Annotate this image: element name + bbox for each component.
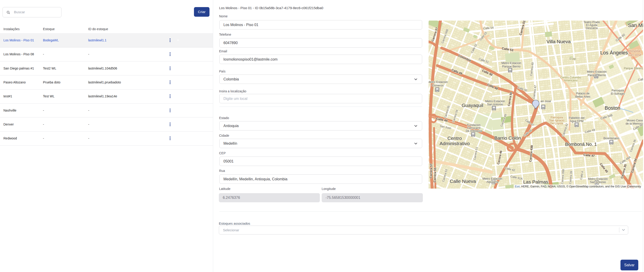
svg-text:Metro Estacion: Metro Estacion bbox=[428, 80, 448, 84]
svg-text:an José: an José bbox=[540, 99, 551, 103]
svg-text:Centro: Centro bbox=[447, 136, 462, 141]
svg-text:De Loyola: De Loyola bbox=[550, 122, 563, 125]
svg-text:San Mig: San Mig bbox=[628, 23, 643, 28]
svg-text:Ferrocarril: Ferrocarril bbox=[468, 126, 480, 130]
svg-text:Bellas Artes: Bellas Artes bbox=[575, 95, 590, 98]
svg-text:San Antonio: San Antonio bbox=[590, 180, 606, 184]
svg-text:Villa Nueva: Villa Nueva bbox=[546, 39, 571, 44]
svg-text:Calle: Calle bbox=[638, 77, 643, 82]
svg-text:Centro Colombo: Centro Colombo bbox=[560, 76, 581, 79]
svg-text:Los Ángeles: Los Ángeles bbox=[600, 50, 628, 56]
svg-text:Carrera 55: Carrera 55 bbox=[433, 168, 437, 182]
svg-text:Parque Berrio: Parque Berrio bbox=[502, 65, 520, 68]
svg-text:Teatro Prado: Teatro Prado bbox=[584, 21, 600, 24]
svg-text:Metro Estación: Metro Estación bbox=[588, 177, 608, 181]
svg-text:El Sufragio: El Sufragio bbox=[611, 92, 624, 95]
svg-text:Americano: Americano bbox=[564, 79, 578, 82]
svg-text:Esap: Esap bbox=[570, 57, 576, 60]
svg-text:Esri, HERE, Garmin, FAO, NOAA,: Esri, HERE, Garmin, FAO, NOAA, USGS, © O… bbox=[515, 185, 641, 188]
svg-text:Metro Estación: Metro Estación bbox=[482, 177, 502, 180]
svg-text:San Antonio: San Antonio bbox=[487, 103, 503, 106]
svg-text:Agua EPM: Agua EPM bbox=[570, 120, 584, 123]
svg-text:Parroquia: Parroquia bbox=[550, 116, 563, 119]
svg-text:Parque Obrero: Parque Obrero bbox=[624, 67, 643, 70]
svg-text:Bicentenario: Bicentenario bbox=[603, 137, 619, 140]
svg-text:Pabellón del: Pabellón del bbox=[569, 116, 584, 120]
svg-text:Carrera 57: Carrera 57 bbox=[429, 163, 433, 178]
svg-text:Bomboná No. 1: Bomboná No. 1 bbox=[565, 142, 597, 147]
svg-text:De Antioquia: De Antioquia bbox=[466, 129, 482, 133]
svg-text:Museo Casa: Museo Casa bbox=[627, 119, 643, 122]
svg-text:Alpujarra: Alpujarra bbox=[486, 180, 498, 183]
svg-text:Calle Nueva: Calle Nueva bbox=[450, 178, 476, 184]
svg-text:El Águila: El Águila bbox=[586, 23, 597, 27]
svg-text:Metro Estacion: Metro Estacion bbox=[485, 99, 505, 103]
svg-text:San Ignacio: San Ignacio bbox=[549, 119, 564, 122]
svg-text:Barrio Colón: Barrio Colón bbox=[494, 135, 521, 141]
svg-text:Descalza: Descalza bbox=[586, 27, 598, 30]
svg-text:San José: San José bbox=[628, 53, 642, 57]
svg-text:Cisneros: Cisneros bbox=[432, 84, 444, 87]
svg-text:Fundacion: Fundacion bbox=[467, 123, 480, 127]
svg-text:Palacio de: Palacio de bbox=[576, 92, 590, 95]
svg-text:Parroquia: Parroquia bbox=[612, 89, 624, 92]
svg-text:Guayaquil: Guayaquil bbox=[462, 103, 484, 108]
svg-text:Las Palmas: Las Palmas bbox=[523, 179, 548, 184]
svg-text:Administrativo: Administrativo bbox=[440, 141, 470, 146]
svg-text:Metro Estación: Metro Estación bbox=[587, 70, 607, 73]
svg-text:Boston: Boston bbox=[605, 105, 620, 111]
svg-text:Parque Berrio: Parque Berrio bbox=[588, 73, 606, 77]
svg-text:Hospital: Hospital bbox=[629, 49, 640, 53]
svg-text:Metro Estacion: Metro Estacion bbox=[502, 61, 521, 65]
